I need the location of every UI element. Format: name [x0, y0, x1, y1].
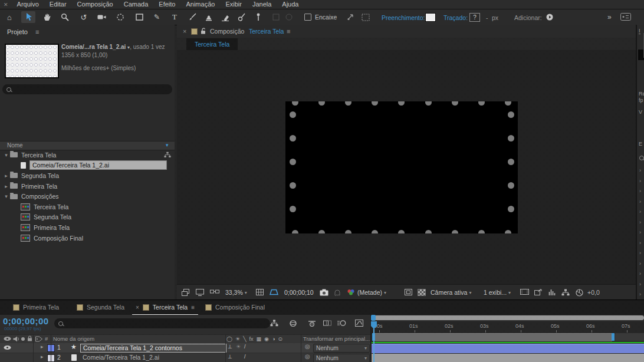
work-area-bar[interactable] [375, 333, 612, 341]
sort-caret-icon[interactable]: ▾ [166, 142, 169, 148]
timeline-tab-primeira-tela[interactable]: Primeira Tela [9, 300, 63, 314]
close-icon[interactable]: × [136, 304, 139, 311]
time-ruler[interactable]: 00s01s02s03s04s05s06s07s [372, 321, 644, 334]
rectangle-tool-icon[interactable] [132, 11, 146, 23]
chevron-icon[interactable]: ▾ [2, 193, 10, 199]
rail-expand-arrow[interactable]: › [639, 250, 641, 256]
graph-editor-icon[interactable] [355, 320, 363, 327]
work-area-end-handle[interactable] [612, 333, 615, 341]
rail-fragment[interactable]: E [639, 141, 642, 147]
menu-item-arquivo[interactable]: Arquivo [12, 0, 44, 9]
rail-expand-arrow[interactable]: › [639, 167, 641, 173]
add-icon[interactable] [546, 14, 553, 21]
puppet-pin-tool-icon[interactable] [251, 11, 265, 23]
viewer-tab-terceira-tela[interactable]: Terceira Tela [186, 38, 238, 50]
project-tab[interactable]: Projeto [7, 28, 28, 35]
draft-3d-icon[interactable] [289, 320, 297, 327]
active-comp-name[interactable]: Terceira Tela [249, 28, 284, 35]
roi-icon[interactable] [270, 289, 278, 295]
frame-blend-switch-icon[interactable]: ☀ [236, 344, 241, 350]
pan-behind-tool-icon[interactable] [113, 11, 127, 23]
rail-expand-arrow[interactable]: › [639, 199, 641, 205]
close-icon[interactable]: × [183, 28, 186, 35]
type-tool-icon[interactable]: T [167, 11, 182, 23]
project-row[interactable]: ▸Segunda Tela [0, 170, 175, 181]
navigator-handle[interactable] [371, 315, 376, 321]
clone-stamp-tool-icon[interactable] [202, 11, 216, 23]
panel-menu-icon[interactable]: ≡ [191, 304, 195, 311]
zoom-tool-icon[interactable] [58, 11, 72, 23]
selection-tool-icon[interactable] [21, 11, 35, 23]
timeline-tab-terceira-tela[interactable]: ×Terceira Tela≡ [132, 300, 198, 315]
menu-item-efeito[interactable]: Efeito [153, 0, 180, 9]
expand-icon[interactable]: ▸ [41, 344, 44, 350]
workspace-icon[interactable] [620, 13, 631, 21]
transparency-grid-icon[interactable] [418, 289, 426, 296]
zoom-select[interactable]: 33,3%▾ [225, 289, 247, 296]
hide-shy-layers-icon[interactable] [308, 320, 316, 327]
switch-header-icon[interactable]: fx [249, 335, 254, 343]
motion-blur-icon[interactable] [337, 320, 346, 327]
rail-expand-arrow[interactable]: › [639, 209, 641, 215]
quality-switch-icon[interactable]: / [244, 354, 246, 360]
switch-header-icon[interactable]: ◑ [272, 335, 275, 343]
rail-expand-arrow[interactable]: › [639, 291, 641, 297]
project-row[interactable]: ▾Composições [0, 191, 175, 202]
collapse-switch-icon[interactable]: ⊥ [228, 344, 232, 350]
menu-item-ajuda[interactable]: Ajuda [277, 0, 304, 9]
name-column-header[interactable]: Nome [7, 142, 23, 149]
switch-header-icon[interactable]: ◉ [264, 335, 269, 343]
menu-item-camada[interactable]: Camada [119, 0, 154, 9]
playhead[interactable] [371, 321, 377, 326]
layer-name[interactable]: Comeia/Terceira Tela 1_2 contornos [80, 344, 226, 353]
project-search[interactable] [2, 84, 172, 94]
menu-item-composição[interactable]: Composição [72, 0, 119, 9]
flowchart-icon[interactable] [164, 152, 171, 158]
chevron-icon[interactable]: ▸ [2, 173, 10, 179]
rail-expand-arrow[interactable]: › [639, 240, 641, 246]
timeline-timecode[interactable]: 0;00;00;00 [3, 316, 48, 326]
menu-item-editar[interactable]: Editar [44, 0, 72, 9]
rail-expand-arrow[interactable]: › [639, 188, 641, 194]
fill-swatch[interactable] [425, 13, 436, 22]
project-row[interactable]: Comeia/Terceira Tela 1_2.ai [0, 160, 175, 171]
menu-item-exibir[interactable]: Exibir [220, 0, 247, 9]
rail-expand-arrow[interactable]: › [639, 229, 641, 235]
roto-brush-tool-icon[interactable] [235, 11, 249, 23]
rail-expand-arrow[interactable]: › [639, 261, 641, 266]
switch-header-icon[interactable]: ☀ [235, 335, 240, 343]
project-row[interactable]: ▾Terceira Tela [0, 150, 175, 160]
parent-column[interactable]: Transformar em principal... [303, 335, 370, 342]
export-frame-icon[interactable] [534, 289, 542, 295]
quality-switch-icon[interactable]: / [244, 344, 246, 350]
toolbar-overflow-icon[interactable]: » [607, 13, 612, 21]
frame-blend-icon[interactable] [323, 320, 331, 327]
timeline-tab-segunda-tela[interactable]: Segunda Tela [73, 300, 128, 314]
parent-select[interactable]: Nenhum▾ [313, 354, 370, 362]
rail-fragment[interactable]: V [639, 109, 642, 115]
project-row[interactable]: ▸Primeira Tela [0, 181, 175, 192]
expand-icon[interactable]: ▸ [41, 354, 44, 360]
rail-expand-arrow[interactable]: › [639, 281, 641, 287]
pen-tool-icon[interactable]: ✎ [150, 11, 164, 23]
rotate-tool-icon[interactable]: ↺ [77, 11, 91, 23]
switch-header-icon[interactable]: ◯ [226, 335, 232, 343]
grid-icon[interactable] [256, 289, 264, 295]
timeline-navigator[interactable] [372, 315, 644, 320]
menu-item-janela[interactable]: Janela [247, 0, 277, 9]
target-region-icon[interactable] [405, 289, 412, 295]
eraser-tool-icon[interactable] [218, 11, 232, 23]
align-icon[interactable] [343, 11, 357, 23]
source-name-column[interactable]: Nome da origem [53, 335, 94, 342]
exposure-shutter-icon[interactable] [576, 289, 583, 297]
rail-info-fragment[interactable]: I [639, 28, 640, 34]
camera-tool-icon[interactable] [94, 11, 109, 23]
viewer-timecode[interactable]: 0;00;00;10 [284, 289, 314, 296]
timeline-search[interactable] [54, 318, 270, 328]
layer-name[interactable]: Comeia/Terceira Tela 1_2.ai [83, 354, 159, 361]
panel-menu-icon[interactable]: ≡ [287, 28, 290, 35]
parent-select[interactable]: Nenhum▾ [313, 344, 370, 353]
lock-open-icon[interactable] [201, 28, 206, 34]
histogram-icon[interactable] [548, 289, 556, 295]
chevron-icon[interactable]: ▸ [2, 183, 10, 189]
